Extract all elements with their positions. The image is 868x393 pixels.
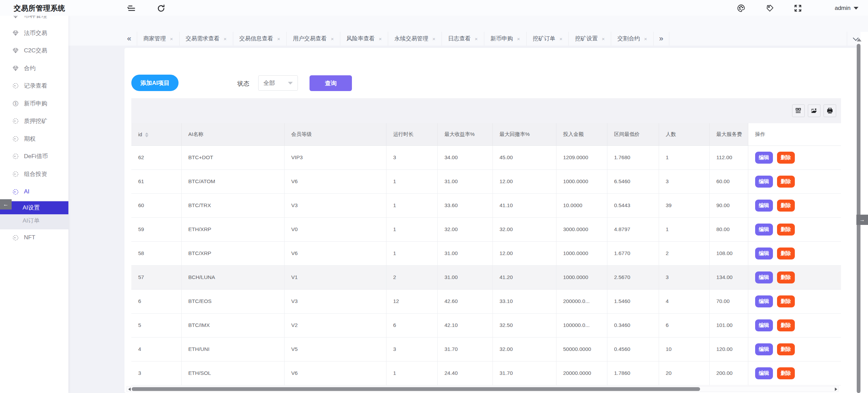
tab-close-icon[interactable]: ×	[277, 36, 280, 42]
cell-会员等级: V6	[284, 361, 386, 385]
tag-icon[interactable]	[765, 4, 774, 13]
columns-layout-icon[interactable]	[792, 104, 805, 117]
edit-button[interactable]: 编辑	[755, 319, 773, 331]
delete-button[interactable]: 删除	[777, 319, 795, 331]
sidebar-item-新币申购[interactable]: $新币申购	[0, 97, 68, 110]
sidebar-item-nft[interactable]: NFT	[0, 231, 68, 244]
edit-button[interactable]: 编辑	[755, 343, 773, 355]
chevron-down-icon	[288, 82, 293, 85]
sidebar-item-质押挖矿[interactable]: 质押挖矿	[0, 114, 68, 128]
theme-palette-icon[interactable]	[737, 4, 746, 13]
sidebar-item-组合投资[interactable]: 组合投资	[0, 167, 68, 181]
delete-button[interactable]: 删除	[777, 176, 795, 188]
printer-icon[interactable]	[824, 104, 836, 117]
horizontal-scrollbar[interactable]	[127, 386, 839, 392]
sidebar-item-币种管理[interactable]: 币种管理	[0, 16, 68, 22]
cell-会员等级: V3	[284, 289, 386, 313]
tab-close-icon[interactable]: ×	[379, 36, 382, 42]
tab-交易信息查看[interactable]: 交易信息查看×	[233, 32, 287, 46]
edit-button[interactable]: 编辑	[755, 295, 773, 307]
status-select[interactable]: 全部	[258, 75, 298, 91]
tabs-dropdown-icon[interactable]	[847, 32, 863, 46]
add-ai-project-button[interactable]: 添加AI项目	[131, 75, 179, 91]
sidebar-item-C2C交易[interactable]: C2C交易	[0, 43, 68, 57]
sidebar-item-合约[interactable]: 合约	[0, 61, 68, 75]
sidebar-item-label: 组合投资	[24, 170, 47, 178]
edit-button[interactable]: 编辑	[755, 152, 773, 164]
cell-投入金额: 1000.0000	[556, 265, 607, 289]
cell-最大收益率%: 31.00	[437, 241, 492, 265]
tab-close-icon[interactable]: ×	[331, 36, 334, 42]
sidebar-item-期权[interactable]: 期权	[0, 132, 68, 145]
tab-label: 日志查看	[448, 35, 471, 42]
edit-button[interactable]: 编辑	[755, 248, 773, 259]
tab-close-icon[interactable]: ×	[644, 36, 647, 42]
tab-交易需求查看[interactable]: 交易需求查看×	[180, 32, 233, 46]
collapse-menu-icon[interactable]	[127, 4, 136, 13]
sort-icon[interactable]	[145, 132, 148, 137]
edit-button[interactable]: 编辑	[755, 224, 773, 236]
cell-AI名称: BTC/XRP	[181, 241, 284, 265]
tab-close-icon[interactable]: ×	[475, 36, 478, 42]
user-menu[interactable]: admin	[835, 4, 858, 13]
edit-button[interactable]: 编辑	[755, 176, 773, 188]
scroll-left-arrow-icon[interactable]	[127, 388, 132, 391]
tab-新币申购[interactable]: 新币申购×	[484, 32, 527, 46]
tab-日志查看[interactable]: 日志查看×	[442, 32, 484, 46]
tab-close-icon[interactable]: ×	[517, 36, 520, 42]
gem-icon	[12, 16, 19, 19]
refresh-icon[interactable]	[157, 4, 166, 13]
tabs-scroll-left-icon[interactable]: «	[121, 32, 137, 46]
tab-商家管理[interactable]: 商家管理×	[137, 32, 180, 46]
sidebar-item-法币交易[interactable]: 法币交易	[0, 26, 68, 40]
cell-AI名称: ETH/SOL	[181, 361, 284, 385]
delete-button[interactable]: 删除	[777, 367, 795, 379]
cell-最大服务费: 80.00	[709, 217, 748, 241]
export-icon[interactable]	[808, 104, 820, 117]
sidebar-item-记录查看[interactable]: 记录查看	[0, 79, 68, 92]
tab-close-icon[interactable]: ×	[432, 36, 435, 42]
tab-永续交易管理[interactable]: 永续交易管理×	[388, 32, 442, 46]
tab-close-icon[interactable]: ×	[224, 36, 227, 42]
cell-最大回撤率%: 33.10	[492, 289, 556, 313]
fullscreen-icon[interactable]	[793, 4, 802, 13]
sidebar-item-DeFi借币[interactable]: DeFi借币	[0, 149, 68, 163]
edit-button[interactable]: 编辑	[755, 271, 773, 283]
cell-id: 62	[131, 145, 181, 169]
tab-close-icon[interactable]: ×	[602, 36, 605, 42]
cell-投入金额: 20000.0000	[556, 361, 607, 385]
delete-button[interactable]: 删除	[777, 152, 795, 164]
query-button[interactable]: 查询	[310, 75, 352, 91]
tab-交割合约[interactable]: 交割合约×	[611, 32, 654, 46]
tab-风险率查看[interactable]: 风险率查看×	[340, 32, 388, 46]
delete-button[interactable]: 删除	[777, 295, 795, 307]
status-select-value: 全部	[263, 79, 288, 87]
column-header-id[interactable]: id	[131, 123, 181, 145]
scroll-right-arrow-icon[interactable]	[833, 388, 838, 391]
cell-会员等级: V5	[284, 337, 386, 361]
tab-用户交易查看[interactable]: 用户交易查看×	[287, 32, 340, 46]
collapse-left-arrow[interactable]: ←	[0, 199, 12, 210]
tab-close-icon[interactable]: ×	[560, 36, 563, 42]
edit-button[interactable]: 编辑	[755, 200, 773, 212]
tab-close-icon[interactable]: ×	[170, 36, 173, 42]
collapse-right-arrow[interactable]: →	[856, 215, 868, 225]
delete-button[interactable]: 删除	[777, 343, 795, 355]
horizontal-scrollbar-thumb[interactable]	[132, 387, 700, 391]
cell-会员等级: VIP3	[284, 145, 386, 169]
delete-button[interactable]: 删除	[777, 248, 795, 259]
tab-挖矿设置[interactable]: 挖矿设置×	[569, 32, 611, 46]
delete-button[interactable]: 删除	[777, 224, 795, 236]
delete-button[interactable]: 删除	[777, 271, 795, 283]
sidebar-item-ai-orders[interactable]: AI订单	[0, 214, 68, 227]
tab-挖矿订单[interactable]: 挖矿订单×	[527, 32, 569, 46]
cell-最大回撤率%: 32.00	[492, 217, 556, 241]
tabs-scroll-right-icon[interactable]: »	[654, 32, 669, 46]
column-header-人数: 人数	[659, 123, 709, 145]
cell-最大回撤率%: 12.00	[492, 169, 556, 193]
cell-最大收益率%: 31.70	[437, 337, 492, 361]
edit-button[interactable]: 编辑	[755, 367, 773, 379]
sidebar-item-AI[interactable]: AI	[0, 185, 68, 199]
delete-button[interactable]: 删除	[777, 200, 795, 212]
column-header-区间最低价: 区间最低价	[607, 123, 659, 145]
